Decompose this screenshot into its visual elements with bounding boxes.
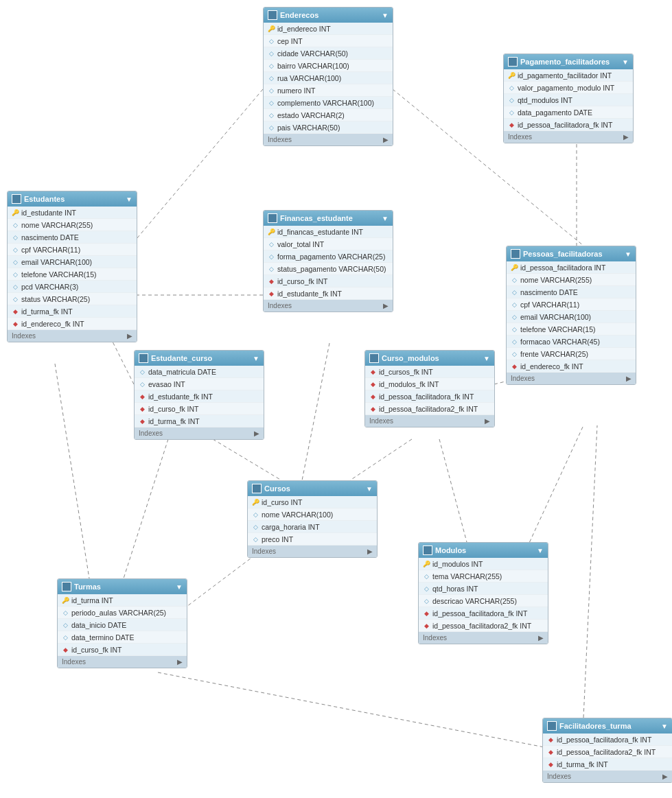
- field-name: data_pagamento DATE: [518, 108, 592, 117]
- field-icon-pk: 🔑: [508, 72, 515, 79]
- table-footer-curso_modulos[interactable]: Indexes▶: [365, 415, 494, 427]
- indexes-label: Indexes: [423, 634, 447, 642]
- dropdown-arrow-curso_modulos[interactable]: ▼: [483, 355, 490, 362]
- dropdown-arrow-pagamento_facilitadores[interactable]: ▼: [622, 58, 629, 66]
- table-footer-facilitadores_turma[interactable]: Indexes▶: [543, 771, 672, 782]
- field-name: data_termino DATE: [71, 633, 134, 642]
- indexes-arrow: ▶: [367, 548, 373, 555]
- table-footer-pessoas_facilitadoras[interactable]: Indexes▶: [507, 373, 636, 384]
- field-name: status_pagamento VARCHAR(50): [277, 265, 386, 273]
- table-row: ◆id_turma_fk INT: [543, 758, 672, 771]
- field-name: id_pessoa_facilitadora INT: [520, 263, 605, 272]
- field-icon-fk: ◆: [423, 622, 430, 629]
- table-footer-financas_estudante[interactable]: Indexes▶: [264, 300, 393, 312]
- table-row: ◇forma_pagamento VARCHAR(25): [264, 250, 393, 263]
- table-row: 🔑id_pagamento_facilitador INT: [504, 69, 633, 82]
- table-row: ◇data_matricula DATE: [135, 366, 264, 378]
- table-financas_estudante: Financas_estudante▼🔑id_financas_estudant…: [263, 210, 393, 312]
- field-icon-field: ◇: [511, 351, 518, 357]
- table-name-financas_estudante: Financas_estudante: [280, 214, 353, 222]
- table-header-enderecos: Enderecos▼: [264, 8, 393, 23]
- table-enderecos: Enderecos▼🔑id_endereco INT◇cep INT◇cidad…: [263, 7, 393, 146]
- field-name: email VARCHAR(100): [520, 313, 591, 321]
- field-name: id_pessoa_facilitadora_fk INT: [557, 736, 651, 744]
- table-row: ◇formacao VARCHAR(45): [507, 336, 636, 348]
- dropdown-arrow-turmas[interactable]: ▼: [176, 583, 183, 591]
- table-header-pessoas_facilitadoras: Pessoas_facilitadoras▼: [507, 246, 636, 261]
- table-estudantes: Estudantes▼🔑id_estudante INT◇nome VARCHA…: [7, 191, 137, 342]
- field-icon-field: ◇: [252, 524, 259, 530]
- table-row: ◆id_pessoa_facilitadora_fk INT: [543, 734, 672, 746]
- table-row: ◇pcd VARCHAR(3): [8, 281, 137, 293]
- field-name: id_pessoa_facilitadora2_fk INT: [379, 405, 478, 413]
- dropdown-arrow-estudante_curso[interactable]: ▼: [253, 355, 259, 362]
- table-row: ◆id_turma_fk INT: [8, 305, 137, 318]
- table-icon-financas_estudante: [268, 213, 277, 223]
- indexes-label: Indexes: [369, 417, 393, 425]
- field-name: bairro VARCHAR(100): [277, 62, 349, 70]
- table-footer-estudante_curso[interactable]: Indexes▶: [135, 427, 264, 439]
- table-row: ◆id_pessoa_facilitadora_fk INT: [419, 607, 548, 620]
- table-footer-modulos[interactable]: Indexes▶: [419, 632, 548, 644]
- field-name: complemento VARCHAR(100): [277, 99, 374, 107]
- field-name: telefone VARCHAR(15): [520, 325, 596, 333]
- table-footer-estudantes[interactable]: Indexes▶: [8, 330, 137, 342]
- svg-line-8: [350, 439, 412, 480]
- dropdown-arrow-facilitadores_turma[interactable]: ▼: [661, 723, 668, 730]
- table-header-estudantes: Estudantes▼: [8, 191, 137, 207]
- field-name: email VARCHAR(100): [21, 258, 92, 266]
- field-name: id_financas_estudante INT: [277, 228, 363, 236]
- field-name: rua VARCHAR(100): [277, 74, 341, 82]
- field-name: estado VARCHAR(2): [277, 111, 345, 119]
- field-icon-field: ◇: [511, 289, 518, 296]
- table-icon-facilitadores_turma: [547, 721, 557, 731]
- field-icon-field: ◇: [423, 585, 430, 592]
- table-row: ◆id_pessoa_facilitadora2_fk INT: [365, 403, 494, 415]
- table-row: ◆id_curso_fk INT: [58, 644, 187, 656]
- dropdown-arrow-cursos[interactable]: ▼: [366, 485, 373, 493]
- field-icon-fk: ◆: [547, 736, 554, 743]
- field-icon-field: ◇: [423, 573, 430, 580]
- table-row: ◇cep INT: [264, 35, 393, 47]
- field-name: id_turma INT: [71, 596, 113, 605]
- table-icon-estudante_curso: [139, 353, 148, 363]
- table-row: ◇cpf VARCHAR(11): [8, 244, 137, 256]
- table-footer-turmas[interactable]: Indexes▶: [58, 656, 187, 668]
- dropdown-arrow-enderecos[interactable]: ▼: [382, 12, 389, 19]
- table-footer-pagamento_facilitadores[interactable]: Indexes▶: [504, 131, 633, 143]
- field-icon-field: ◇: [12, 246, 19, 253]
- indexes-label: Indexes: [139, 430, 163, 437]
- dropdown-arrow-modulos[interactable]: ▼: [537, 547, 544, 554]
- table-footer-cursos[interactable]: Indexes▶: [248, 545, 377, 557]
- field-icon-field: ◇: [511, 326, 518, 333]
- svg-line-15: [583, 425, 597, 718]
- field-icon-field: ◇: [511, 338, 518, 345]
- table-turmas: Turmas▼🔑id_turma INT◇periodo_aulas VARCH…: [57, 578, 187, 668]
- dropdown-arrow-pessoas_facilitadoras[interactable]: ▼: [625, 250, 632, 258]
- field-icon-fk: ◆: [139, 418, 146, 425]
- table-row: ◇email VARCHAR(100): [8, 256, 137, 268]
- dropdown-arrow-financas_estudante[interactable]: ▼: [382, 215, 389, 222]
- field-name: carga_horaria INT: [262, 523, 320, 531]
- dropdown-arrow-estudantes[interactable]: ▼: [126, 196, 132, 203]
- table-row: ◇email VARCHAR(100): [507, 311, 636, 323]
- field-icon-fk: ◆: [369, 368, 376, 375]
- field-name: id_curso_fk INT: [148, 405, 199, 413]
- svg-line-9: [439, 439, 467, 542]
- field-icon-field: ◇: [268, 75, 275, 82]
- field-name: numero INT: [277, 86, 315, 95]
- table-row: ◇carga_horaria INT: [248, 521, 377, 533]
- table-footer-enderecos[interactable]: Indexes▶: [264, 134, 393, 145]
- field-icon-field: ◇: [12, 296, 19, 303]
- field-icon-fk: ◆: [268, 278, 275, 285]
- field-name: id_estudante_fk INT: [148, 392, 213, 401]
- table-row: ◇evasao INT: [135, 378, 264, 390]
- table-header-pagamento_facilitadores: Pagamento_facilitadores▼: [504, 54, 633, 69]
- svg-line-14: [55, 364, 89, 578]
- field-name: nome VARCHAR(255): [520, 276, 592, 284]
- field-icon-fk: ◆: [547, 749, 554, 755]
- table-row: 🔑id_estudante INT: [8, 207, 137, 219]
- table-row: ◇descricao VARCHAR(255): [419, 595, 548, 607]
- table-header-facilitadores_turma: Facilitadores_turma▼: [543, 718, 672, 734]
- table-row: ◇nome VARCHAR(255): [507, 274, 636, 286]
